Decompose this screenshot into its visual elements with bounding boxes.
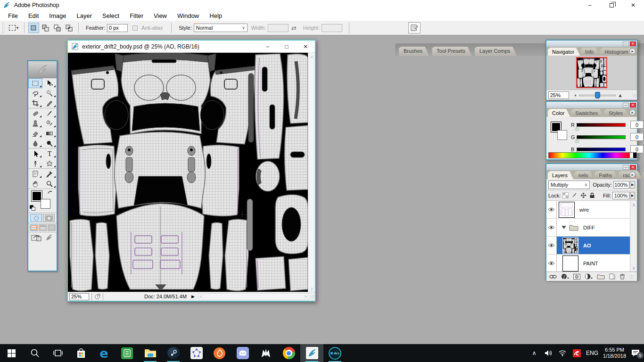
app-restore-button[interactable]	[601, 0, 622, 10]
arx-app-icon[interactable]: Arx	[323, 344, 347, 362]
edit-in-imageready-button[interactable]	[30, 233, 42, 241]
tab-styles[interactable]: Styles	[604, 109, 628, 117]
anti-alias-checkbox[interactable]	[132, 25, 138, 31]
navigator-preview[interactable]	[546, 56, 637, 90]
group-name[interactable]: DIFF	[583, 225, 594, 230]
panel-resize-grip[interactable]	[632, 93, 636, 97]
horizontal-scrollbar[interactable]: < >	[198, 293, 308, 300]
panel-menu-icon[interactable]: ▸	[629, 172, 636, 178]
lock-all-icon[interactable]	[589, 192, 595, 198]
opacity-value[interactable]: 100%	[613, 181, 630, 189]
steam-icon[interactable]	[162, 344, 185, 362]
panel-close-icon[interactable]: ✕	[630, 165, 636, 170]
red-value[interactable]: 0	[630, 121, 644, 129]
tab-layers[interactable]: Layers	[548, 171, 573, 179]
dodge-tool[interactable]	[42, 138, 57, 148]
panel-minimize-icon[interactable]: —	[623, 165, 629, 170]
well-tab-layer-comps[interactable]: Layer Comps	[475, 47, 517, 56]
intersect-selection-mode-button[interactable]	[64, 23, 74, 33]
layer-thumbnail[interactable]	[562, 238, 578, 254]
tab-color[interactable]: Color	[548, 109, 570, 117]
red-slider-thumb[interactable]	[575, 127, 579, 130]
menu-layer[interactable]: Layer	[72, 11, 98, 20]
layer-name[interactable]: AO	[583, 243, 591, 248]
toolbox-header[interactable]	[28, 61, 57, 78]
new-group-icon[interactable]	[597, 274, 605, 280]
tab-navigator[interactable]: Navigator	[548, 48, 580, 56]
menu-help[interactable]: Help	[204, 11, 227, 20]
link-layers-icon[interactable]	[549, 274, 557, 279]
new-layer-icon[interactable]	[609, 273, 615, 280]
subtract-selection-mode-button[interactable]	[52, 23, 63, 33]
background-color-swatch[interactable]	[557, 130, 567, 140]
spot-healing-brush-tool[interactable]	[28, 108, 42, 118]
blur-tool[interactable]	[28, 138, 42, 148]
tab-swatches[interactable]: Swatches	[571, 109, 603, 117]
visibility-toggle[interactable]	[546, 219, 557, 236]
tab-channels[interactable]: nels	[574, 171, 594, 179]
standard-mode-button[interactable]	[30, 214, 42, 222]
menu-select[interactable]: Select	[97, 11, 124, 20]
layer-row-wire[interactable]: wire	[546, 201, 637, 219]
color-spectrum-ramp[interactable]	[548, 152, 637, 158]
layer-name[interactable]: wire	[579, 207, 589, 213]
green-value[interactable]: 0	[630, 133, 644, 141]
gradient-tool[interactable]	[42, 128, 57, 138]
menu-edit[interactable]: Edit	[23, 11, 44, 20]
volume-icon[interactable]	[544, 350, 553, 356]
add-selection-mode-button[interactable]	[40, 23, 51, 33]
menu-view[interactable]: View	[149, 11, 172, 20]
doc-minimize-button[interactable]: –	[258, 41, 277, 53]
layers-titlebar[interactable]: — ✕	[546, 164, 637, 170]
navigator-titlebar[interactable]: — ✕	[546, 41, 637, 47]
microsoft-store-icon[interactable]	[69, 344, 92, 362]
canvas[interactable]	[68, 53, 308, 292]
background-color-swatch[interactable]	[41, 199, 50, 209]
task-view-button[interactable]	[46, 344, 69, 362]
zoom-tool[interactable]	[42, 179, 57, 189]
crop-tool[interactable]	[28, 98, 42, 108]
menu-file[interactable]: File	[3, 11, 23, 20]
panel-menu-icon[interactable]: ▸	[629, 48, 636, 54]
origin-icon[interactable]	[208, 344, 231, 362]
lock-pixels-icon[interactable]	[571, 192, 578, 198]
layer-style-icon[interactable]: f	[561, 273, 569, 280]
panel-minimize-icon[interactable]: —	[623, 103, 629, 107]
red-slider[interactable]	[577, 123, 626, 127]
height-input[interactable]	[322, 24, 342, 32]
layers-scrollbar[interactable]: ∧ ∨	[630, 201, 637, 272]
layer-thumbnail[interactable]	[562, 255, 578, 272]
zoom-out-icon[interactable]: ▲	[574, 93, 577, 97]
blue-slider[interactable]	[577, 148, 626, 151]
scroll-down-icon[interactable]: ∨	[630, 264, 637, 272]
current-tool-button[interactable]: ▾	[7, 23, 21, 33]
green-slider[interactable]	[577, 135, 626, 139]
zoom-in-icon[interactable]: ▲	[618, 92, 623, 98]
custom-shape-tool[interactable]	[42, 158, 57, 168]
swap-colors-icon[interactable]	[47, 189, 54, 196]
blend-mode-select[interactable]: Multiply ∨	[548, 181, 590, 189]
well-tab-tool-presets[interactable]: Tool Presets	[432, 47, 472, 56]
hand-tool[interactable]	[28, 179, 42, 189]
status-expand-icon[interactable]: ▶	[191, 294, 195, 299]
wolf-app-icon[interactable]	[254, 344, 277, 362]
magic-wand-tool[interactable]	[42, 88, 57, 98]
doc-close-button[interactable]: ✕	[296, 41, 315, 53]
pen-tool[interactable]	[28, 158, 42, 168]
lock-transparency-icon[interactable]	[562, 192, 569, 198]
geogebra-icon[interactable]	[185, 344, 208, 362]
clock[interactable]: 6:55 PM 1/18/2018	[603, 347, 626, 359]
well-tab-brushes[interactable]: Brushes	[399, 47, 429, 56]
document-titlebar[interactable]: exterior_drift2_body.psd @ 25% (AO, RGB/…	[68, 41, 315, 53]
tab-info[interactable]: Info	[581, 48, 599, 56]
eraser-tool[interactable]	[28, 128, 42, 138]
photoshop-taskbar-icon[interactable]	[300, 344, 323, 362]
opacity-spinner-icon[interactable]: ▶	[630, 181, 635, 189]
group-expand-icon[interactable]	[561, 226, 566, 229]
scroll-up-icon[interactable]: ∧	[630, 201, 637, 208]
edge-icon[interactable]: e	[92, 344, 116, 362]
quick-mask-mode-button[interactable]	[43, 214, 55, 222]
slice-tool[interactable]	[42, 98, 57, 108]
search-button[interactable]	[23, 344, 46, 362]
scroll-down-icon[interactable]: ∨	[308, 285, 315, 292]
